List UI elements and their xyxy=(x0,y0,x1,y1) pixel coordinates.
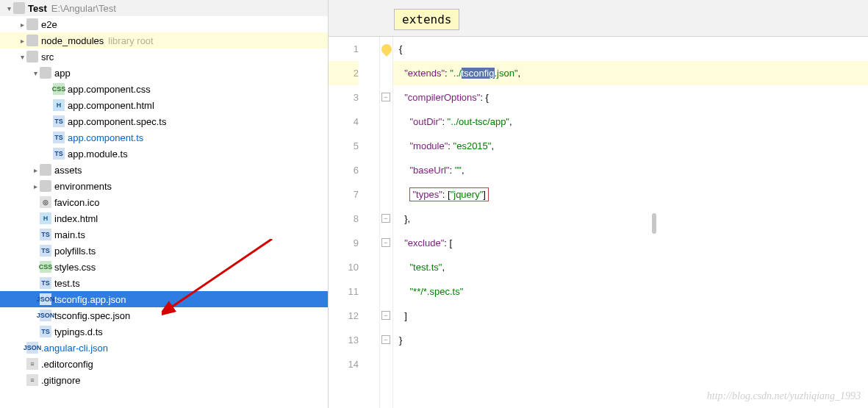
tree-item[interactable]: TSapp.component.spec.ts xyxy=(0,113,328,129)
ts-icon: TS xyxy=(40,245,51,257)
fold-marker-icon[interactable]: − xyxy=(381,335,390,344)
tree-item-label: assets xyxy=(54,165,82,176)
folder-icon xyxy=(26,51,38,62)
code-body[interactable]: { "extends": "../tsconfig.json", "compil… xyxy=(393,37,868,408)
tree-item[interactable]: Happ.component.html xyxy=(0,97,328,113)
folder-icon xyxy=(13,2,25,14)
project-tree[interactable]: ▾TestE:\Angular\Test▸e2e▸node_moduleslib… xyxy=(0,0,329,408)
folder-icon xyxy=(40,180,51,192)
tree-item-label: e2e xyxy=(41,19,57,30)
editor-scrollbar[interactable] xyxy=(652,74,656,371)
tree-item[interactable]: ▾src xyxy=(0,49,328,65)
tree-item[interactable]: TSpolyfills.ts xyxy=(0,243,328,259)
chevron-right-icon[interactable]: ▸ xyxy=(18,37,26,45)
line-number: 10 xyxy=(329,255,359,279)
tree-item-label: app.component.html xyxy=(68,100,154,111)
folder-icon xyxy=(40,67,51,79)
tree-item[interactable]: ▸assets xyxy=(0,162,328,178)
ts-icon: TS xyxy=(40,229,51,240)
tree-item-label: .gitignore xyxy=(41,375,80,386)
generic-icon: ≡ xyxy=(26,358,38,370)
fold-column[interactable]: − − − − − xyxy=(380,37,393,408)
tree-item[interactable]: TStest.ts xyxy=(0,275,328,291)
line-number: 8 xyxy=(329,207,359,231)
line-number: 2 xyxy=(329,61,359,85)
fold-marker-icon[interactable]: − xyxy=(381,238,390,247)
chevron-right-icon[interactable]: ▸ xyxy=(18,21,26,29)
tree-item-label: tsconfig.spec.json xyxy=(54,310,130,321)
html-icon: H xyxy=(53,99,65,111)
tree-item-label: favicon.ico xyxy=(54,197,99,208)
tree-item[interactable]: ◎favicon.ico xyxy=(0,194,328,210)
tree-item-label: .angular-cli.json xyxy=(41,343,108,354)
fold-marker-icon[interactable]: − xyxy=(381,311,390,320)
tree-item-label: Test xyxy=(28,3,47,14)
ico-icon: ◎ xyxy=(40,196,51,208)
tree-item[interactable]: TSapp.component.ts xyxy=(0,129,328,146)
line-number: 9 xyxy=(329,231,359,255)
line-number: 11 xyxy=(329,279,359,304)
tree-item[interactable]: JSON.angular-cli.json xyxy=(0,340,328,356)
tree-item[interactable]: ▾app xyxy=(0,65,328,81)
tree-item[interactable]: ≡.editorconfig xyxy=(0,356,328,372)
tree-item-suffix: E:\Angular\Test xyxy=(51,3,116,14)
folder-icon xyxy=(26,35,38,46)
json-icon: JSON xyxy=(26,342,38,354)
tree-item[interactable]: ▸environments xyxy=(0,178,328,194)
css-icon: CSS xyxy=(40,261,51,273)
ts-icon: TS xyxy=(53,115,65,127)
tree-item-label: app.component.ts xyxy=(68,132,143,143)
tree-item[interactable]: JSONtsconfig.spec.json xyxy=(0,307,328,323)
tree-item-label: environments xyxy=(54,181,112,192)
line-number: 6 xyxy=(329,158,359,182)
line-number: 5 xyxy=(329,134,359,158)
tree-item[interactable]: CSSstyles.css xyxy=(0,259,328,275)
folder-icon xyxy=(40,164,51,176)
chevron-down-icon[interactable]: ▾ xyxy=(18,53,26,61)
chevron-right-icon[interactable]: ▸ xyxy=(31,166,40,174)
line-number: 4 xyxy=(329,110,359,134)
line-number: 3 xyxy=(329,85,359,110)
doc-tooltip: extends xyxy=(394,9,459,30)
css-icon: CSS xyxy=(53,83,65,95)
chevron-down-icon[interactable]: ▾ xyxy=(31,69,40,77)
line-number: 7 xyxy=(329,182,359,207)
tree-item-label: app.module.ts xyxy=(68,148,128,160)
generic-icon: ≡ xyxy=(26,374,38,386)
tree-item[interactable]: TSmain.ts xyxy=(0,226,328,243)
tree-item-label: src xyxy=(41,51,54,62)
tree-item-label: styles.css xyxy=(54,262,96,273)
fold-marker-icon[interactable]: − xyxy=(381,93,390,101)
chevron-down-icon[interactable]: ▾ xyxy=(4,4,13,12)
tree-item-suffix: library root xyxy=(108,35,153,46)
line-number: 1 xyxy=(329,37,359,61)
tree-item[interactable]: Hindex.html xyxy=(0,210,328,226)
chevron-right-icon[interactable]: ▸ xyxy=(31,182,40,190)
tree-item[interactable]: JSONtsconfig.app.json xyxy=(0,291,328,307)
code-editor: extends 1234567891011121314 − − − − − { … xyxy=(329,0,868,408)
fold-marker-icon[interactable]: − xyxy=(381,214,390,223)
tree-item[interactable]: TStypings.d.ts xyxy=(0,323,328,340)
tree-item[interactable]: ▸e2e xyxy=(0,16,328,32)
tree-item[interactable]: CSSapp.component.css xyxy=(0,81,328,97)
tree-item-label: main.ts xyxy=(54,229,85,240)
ts-icon: TS xyxy=(40,326,51,337)
tree-item[interactable]: ≡.gitignore xyxy=(0,372,328,388)
ts-icon: TS xyxy=(53,148,65,160)
folder-icon xyxy=(26,18,38,30)
tree-item-label: tsconfig.app.json xyxy=(54,294,126,305)
tree-item-label: .editorconfig xyxy=(41,359,93,370)
editor-header-strip: extends xyxy=(329,0,868,37)
tree-item-label: index.html xyxy=(54,213,98,224)
tree-item-label: typings.d.ts xyxy=(54,326,103,337)
code-area[interactable]: 1234567891011121314 − − − − − { "extends… xyxy=(329,37,868,408)
line-number: 12 xyxy=(329,304,359,328)
tree-item[interactable]: TSapp.module.ts xyxy=(0,146,328,162)
intention-bulb-icon[interactable] xyxy=(379,42,394,57)
tree-item-label: app.component.css xyxy=(68,84,151,95)
tree-item[interactable]: ▾TestE:\Angular\Test xyxy=(0,0,328,16)
tree-item-label: polyfills.ts xyxy=(54,246,96,257)
tree-item-label: app.component.spec.ts xyxy=(68,116,166,127)
tree-item[interactable]: ▸node_moduleslibrary root xyxy=(0,32,328,49)
ts-icon: TS xyxy=(53,132,65,143)
